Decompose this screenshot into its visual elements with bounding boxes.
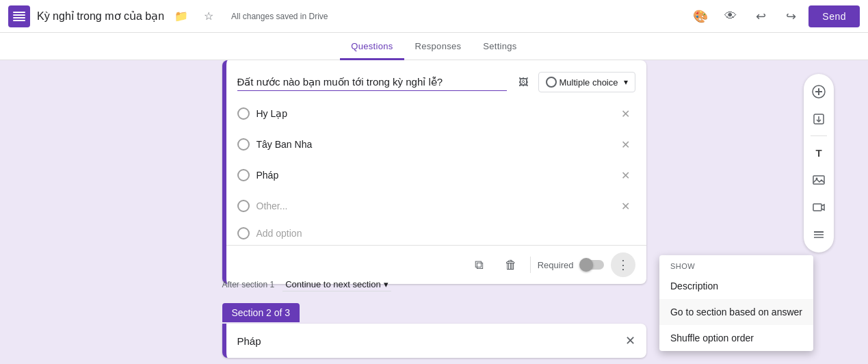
context-menu: Show Description Go to section based on … <box>659 255 813 351</box>
list-item: ✕ <box>237 129 635 160</box>
card-header-actions: 🖼 Multiple choice ▾ <box>512 71 635 93</box>
section2-card: Pháp ✕ <box>222 324 646 358</box>
redo-icon[interactable]: ↪ <box>778 4 803 29</box>
option-radio-2 <box>237 138 250 151</box>
remove-option-1[interactable]: ✕ <box>616 104 635 123</box>
context-menu-description[interactable]: Description <box>659 273 813 299</box>
topbar-right: 🎨 👁 ↩ ↪ Send <box>688 4 860 29</box>
section-action-select[interactable]: Continue to next section ▾ <box>282 278 391 291</box>
option-radio-3 <box>237 169 250 181</box>
forms-app-icon <box>8 5 30 27</box>
svg-rect-9 <box>813 204 821 211</box>
tab-settings[interactable]: Settings <box>472 34 527 60</box>
footer-divider <box>530 257 531 273</box>
import-icon <box>813 113 825 125</box>
section2-title: Pháp <box>237 335 620 347</box>
remove-option-4[interactable]: ✕ <box>616 196 635 216</box>
topbar: Kỳ nghỉ trong mơ của bạn 📁 ☆ All changes… <box>0 0 868 33</box>
option-input-3[interactable] <box>257 170 609 181</box>
list-item: ✕ <box>237 191 635 222</box>
right-toolbar: T <box>804 74 834 252</box>
form-title: Kỳ nghỉ trong mơ của bạn <box>37 10 164 23</box>
add-section-button[interactable] <box>806 222 831 247</box>
add-option-row[interactable]: Add option <box>237 222 635 245</box>
preview-icon[interactable]: 👁 <box>718 4 743 29</box>
tab-questions[interactable]: Questions <box>340 34 404 60</box>
remove-option-3[interactable]: ✕ <box>616 166 635 185</box>
context-menu-shuffle[interactable]: Shuffle option order <box>659 325 813 351</box>
import-questions-button[interactable] <box>806 107 831 131</box>
forms-icon <box>13 12 25 21</box>
add-element-button[interactable] <box>806 79 831 104</box>
svg-rect-7 <box>813 176 824 184</box>
save-status: All changes saved in Drive <box>231 12 328 21</box>
option-input-2[interactable] <box>257 139 609 150</box>
after-section-label: After section 1 <box>222 280 275 289</box>
card-header: 🖼 Multiple choice ▾ <box>226 60 646 99</box>
context-menu-go-to-section[interactable]: Go to section based on answer <box>659 299 813 325</box>
main-content: 🖼 Multiple choice ▾ ✕ ✕ <box>0 60 868 364</box>
toolbar-divider <box>811 135 827 136</box>
section-action-label: Continue to next section <box>285 279 380 289</box>
plus-icon <box>812 85 826 99</box>
section-2-badge-container: Section 2 of 3 <box>222 303 646 322</box>
radio-icon <box>546 77 557 88</box>
topbar-left: Kỳ nghỉ trong mơ của bạn 📁 ☆ All changes… <box>8 5 688 27</box>
type-label: Multiple choice <box>560 77 618 88</box>
expand-icon[interactable]: ✕ <box>625 333 635 348</box>
option-radio-4 <box>237 200 250 212</box>
section-badge-label: Section 2 of 3 <box>232 307 291 318</box>
section2-header: Pháp ✕ <box>226 324 646 358</box>
required-toggle[interactable] <box>581 260 604 270</box>
palette-icon[interactable]: 🎨 <box>688 4 713 29</box>
section-divider: After section 1 Continue to next section… <box>222 272 646 297</box>
section-icon <box>813 229 825 241</box>
add-video-button[interactable] <box>806 195 831 220</box>
add-image-button[interactable] <box>806 168 831 192</box>
undo-icon[interactable]: ↩ <box>748 4 773 29</box>
options-list: ✕ ✕ ✕ ✕ Add option <box>226 99 646 245</box>
tab-responses[interactable]: Responses <box>404 34 473 60</box>
folder-icon[interactable]: 📁 <box>171 6 192 27</box>
tabbar: Questions Responses Settings <box>0 33 868 60</box>
chevron-down-icon: ▾ <box>384 279 389 289</box>
list-item: ✕ <box>237 99 635 129</box>
image-icon <box>813 174 825 186</box>
add-text-button[interactable]: T <box>806 140 831 165</box>
add-option-label[interactable]: Add option <box>257 228 302 239</box>
image-question-icon[interactable]: 🖼 <box>512 71 534 93</box>
send-button[interactable]: Send <box>808 5 860 27</box>
question-type-select[interactable]: Multiple choice ▾ <box>538 72 635 92</box>
text-icon: T <box>815 147 821 159</box>
question-input[interactable] <box>237 73 507 91</box>
option-radio-1 <box>237 107 250 120</box>
question-card: 🖼 Multiple choice ▾ ✕ ✕ <box>222 60 646 284</box>
context-menu-show-label: Show <box>659 255 813 273</box>
option-input-4[interactable] <box>257 200 609 211</box>
video-icon <box>813 201 825 213</box>
option-input-1[interactable] <box>257 108 609 119</box>
toggle-thumb <box>579 258 593 272</box>
add-option-radio <box>237 227 250 239</box>
chevron-down-icon: ▾ <box>624 77 628 87</box>
star-icon[interactable]: ☆ <box>198 6 219 27</box>
list-item: ✕ <box>237 160 635 191</box>
section-badge: Section 2 of 3 <box>222 303 300 322</box>
required-label: Required <box>538 260 574 270</box>
remove-option-2[interactable]: ✕ <box>616 135 635 154</box>
